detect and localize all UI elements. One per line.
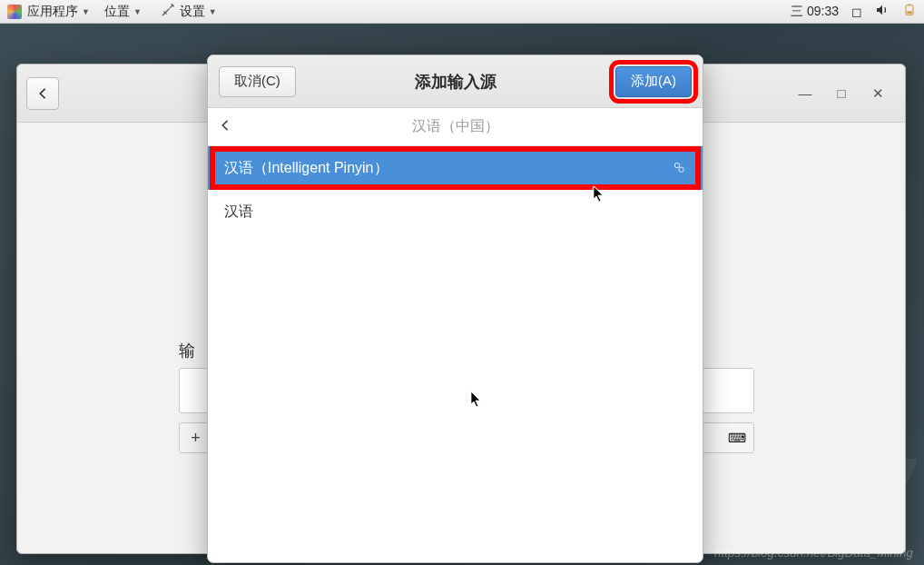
tools-icon — [160, 2, 176, 21]
cancel-button[interactable]: 取消(C) — [219, 66, 296, 97]
source-row-label: 汉语 — [224, 203, 253, 222]
svg-rect-1 — [909, 4, 911, 5]
cursor-icon — [592, 185, 605, 203]
chevron-down-icon: ▼ — [133, 7, 142, 16]
add-button-label: 添加(A) — [631, 73, 676, 90]
menu-applications-label: 应用程序 — [27, 4, 78, 20]
window-controls: — □ ✕ — [796, 85, 896, 102]
locale-title: 汉语（中国） — [412, 117, 499, 136]
cursor-icon — [469, 391, 482, 409]
maximize-button[interactable]: □ — [832, 85, 850, 102]
source-row-hanyu[interactable]: 汉语 — [208, 190, 703, 233]
battery-icon[interactable] — [902, 3, 917, 20]
tray-square-icon[interactable]: ◻ — [851, 5, 862, 19]
clock-label[interactable]: 三 09:33 — [791, 4, 839, 20]
cancel-button-label: 取消(C) — [234, 73, 280, 90]
volume-icon[interactable] — [875, 3, 890, 20]
add-button[interactable]: 添加(A) — [615, 66, 692, 97]
chevron-down-icon: ▼ — [209, 7, 217, 16]
dialog-title: 添加输入源 — [296, 71, 615, 93]
source-row-label: 汉语（Intelligent Pinyin） — [224, 159, 388, 178]
locale-header: 汉语（中国） — [208, 108, 703, 146]
dialog-header: 取消(C) 添加输入源 添加(A) — [208, 55, 703, 108]
svg-point-4 — [679, 167, 683, 172]
svg-point-3 — [674, 163, 679, 167]
menu-places-label: 位置 — [104, 4, 130, 20]
dialog-body: 汉语（中国） 汉语（Intelligent Pinyin） 汉语 — [208, 108, 703, 562]
gear-icon[interactable] — [672, 160, 686, 177]
input-sources-heading: 输 — [179, 340, 195, 362]
menu-applications[interactable]: 应用程序 ▼ — [27, 4, 90, 20]
top-panel: 应用程序 ▼ 位置 ▼ 设置 ▼ 三 09:33 ◻ — [0, 0, 924, 24]
minimize-button[interactable]: — — [796, 85, 814, 102]
back-button[interactable] — [26, 77, 59, 110]
chevron-down-icon: ▼ — [82, 7, 90, 16]
close-button[interactable]: ✕ — [869, 85, 887, 102]
keyboard-icon[interactable]: ⌨ — [721, 431, 753, 445]
watermark-text: https://blog.csdn.net/BigData_Mining — [714, 546, 913, 560]
locale-back-button[interactable] — [221, 119, 230, 135]
source-row-intelligent-pinyin[interactable]: 汉语（Intelligent Pinyin） — [208, 146, 703, 190]
source-list: 汉语（Intelligent Pinyin） 汉语 — [208, 146, 703, 562]
svg-rect-2 — [907, 11, 911, 14]
menu-settings-label: 设置 — [180, 4, 205, 20]
applications-icon — [7, 5, 22, 19]
menu-places[interactable]: 位置 ▼ — [104, 4, 142, 20]
menu-settings[interactable]: 设置 ▼ — [160, 2, 217, 21]
add-input-source-dialog: 取消(C) 添加输入源 添加(A) 汉语（中国） 汉语（Intelligent … — [207, 55, 703, 563]
